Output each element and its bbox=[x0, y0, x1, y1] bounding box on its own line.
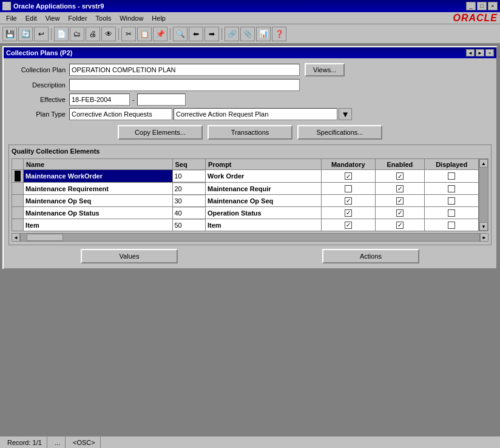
row-prompt-cell[interactable]: Maintenance Op Seq bbox=[206, 195, 322, 207]
mandatory-checkbox[interactable] bbox=[345, 185, 352, 192]
effective-date-from-input[interactable] bbox=[69, 93, 130, 106]
table-row[interactable]: ItemItem bbox=[12, 219, 479, 231]
horizontal-scrollbar[interactable] bbox=[20, 233, 480, 242]
scroll-up-button[interactable]: ▲ bbox=[479, 159, 488, 168]
scroll-left-button[interactable]: ◄ bbox=[12, 233, 20, 242]
row-mandatory-cell[interactable] bbox=[321, 219, 375, 231]
mandatory-checkbox[interactable] bbox=[345, 197, 352, 205]
row-name-cell[interactable]: Maintenance WorkOrder bbox=[24, 170, 172, 183]
toolbar-btn-12[interactable]: ⬅ bbox=[189, 27, 203, 41]
table-row[interactable]: Maintenance WorkOrderWork Order bbox=[12, 170, 479, 183]
row-enabled-cell[interactable] bbox=[375, 183, 425, 195]
displayed-checkbox[interactable] bbox=[448, 197, 455, 205]
values-button[interactable]: Values bbox=[81, 249, 178, 263]
window-expand-button[interactable]: ► bbox=[476, 49, 484, 56]
row-name-cell[interactable]: Maintenance Op Seq bbox=[24, 195, 172, 207]
enabled-checkbox[interactable] bbox=[396, 172, 404, 180]
toolbar-btn-7[interactable]: 👁 bbox=[101, 27, 116, 41]
row-prompt-cell[interactable]: Work Order bbox=[206, 170, 322, 183]
row-name-cell[interactable]: Item bbox=[24, 219, 172, 231]
actions-button[interactable]: Actions bbox=[322, 249, 419, 263]
views-button[interactable]: Views... bbox=[305, 63, 345, 76]
menu-folder[interactable]: Folder bbox=[64, 13, 90, 23]
row-mandatory-cell[interactable] bbox=[321, 183, 375, 195]
toolbar-btn-15[interactable]: 📎 bbox=[240, 27, 255, 41]
row-displayed-cell[interactable] bbox=[425, 170, 479, 183]
displayed-checkbox[interactable] bbox=[448, 222, 455, 229]
row-seq-cell[interactable] bbox=[172, 219, 206, 231]
specifications-button[interactable]: Specifications... bbox=[297, 125, 382, 140]
row-mandatory-cell[interactable] bbox=[321, 195, 375, 207]
table-row[interactable]: Maintenance RequirementMaintenance Requi… bbox=[12, 183, 479, 195]
mandatory-checkbox[interactable] bbox=[345, 209, 352, 217]
menu-edit[interactable]: Edit bbox=[22, 13, 41, 23]
row-prompt-cell[interactable]: Operation Status bbox=[206, 207, 322, 219]
menu-file[interactable]: File bbox=[2, 13, 21, 23]
collection-plan-input[interactable] bbox=[69, 64, 300, 76]
toolbar-btn-4[interactable]: 📄 bbox=[54, 27, 69, 41]
row-prompt-cell[interactable]: Item bbox=[206, 219, 322, 231]
plan-type-list-button[interactable]: ▼ bbox=[339, 108, 352, 120]
row-seq-cell[interactable] bbox=[172, 183, 206, 195]
toolbar-btn-5[interactable]: 🗂 bbox=[70, 27, 84, 41]
row-seq-cell[interactable] bbox=[172, 207, 206, 219]
menu-window[interactable]: Window bbox=[116, 13, 147, 23]
row-mandatory-cell[interactable] bbox=[321, 207, 375, 219]
menu-view[interactable]: View bbox=[42, 13, 64, 23]
toolbar-btn-9[interactable]: 📋 bbox=[137, 27, 152, 41]
row-displayed-cell[interactable] bbox=[425, 195, 479, 207]
maximize-button[interactable]: □ bbox=[477, 2, 487, 10]
close-button[interactable]: × bbox=[488, 2, 498, 10]
scroll-down-button[interactable]: ▼ bbox=[479, 222, 488, 231]
minimize-button[interactable]: _ bbox=[466, 2, 476, 10]
scroll-right-button[interactable]: ► bbox=[480, 233, 488, 242]
mandatory-checkbox[interactable] bbox=[345, 222, 352, 229]
transactions-button[interactable]: Transactions bbox=[208, 125, 292, 140]
row-seq-cell[interactable] bbox=[172, 170, 206, 183]
row-mandatory-cell[interactable] bbox=[321, 170, 375, 183]
row-prompt-cell[interactable]: Maintenance Requir bbox=[206, 183, 322, 195]
vertical-scrollbar[interactable]: ▲ ▼ bbox=[479, 158, 488, 231]
plan-type-input-1[interactable] bbox=[69, 108, 172, 120]
row-displayed-cell[interactable] bbox=[425, 183, 479, 195]
enabled-checkbox[interactable] bbox=[396, 222, 404, 229]
enabled-checkbox[interactable] bbox=[396, 209, 404, 217]
toolbar-btn-16[interactable]: 📊 bbox=[256, 27, 271, 41]
toolbar-btn-8[interactable]: ✂ bbox=[121, 27, 136, 41]
toolbar-btn-11[interactable]: 🔍 bbox=[173, 27, 187, 41]
plan-type-input-2[interactable] bbox=[174, 108, 337, 120]
row-displayed-cell[interactable] bbox=[425, 207, 479, 219]
toolbar-btn-17[interactable]: ❓ bbox=[272, 27, 286, 41]
window-close-button[interactable]: × bbox=[485, 49, 494, 56]
table-row[interactable]: Maintenance Op StatusOperation Status bbox=[12, 207, 479, 219]
row-enabled-cell[interactable] bbox=[375, 195, 425, 207]
menu-help[interactable]: Help bbox=[148, 13, 169, 23]
toolbar-btn-14[interactable]: 🔗 bbox=[225, 27, 239, 41]
table-row[interactable]: Maintenance Op SeqMaintenance Op Seq bbox=[12, 195, 479, 207]
enabled-checkbox[interactable] bbox=[396, 185, 404, 192]
displayed-checkbox[interactable] bbox=[448, 209, 455, 217]
displayed-checkbox[interactable] bbox=[448, 172, 455, 180]
row-name-cell[interactable]: Maintenance Op Status bbox=[24, 207, 172, 219]
enabled-checkbox[interactable] bbox=[396, 197, 404, 205]
toolbar-btn-3[interactable]: ↩ bbox=[34, 27, 49, 41]
toolbar-btn-6[interactable]: 🖨 bbox=[86, 27, 100, 41]
row-displayed-cell[interactable] bbox=[425, 219, 479, 231]
toolbar-btn-13[interactable]: ➡ bbox=[204, 27, 219, 41]
displayed-checkbox[interactable] bbox=[448, 185, 455, 192]
mandatory-checkbox[interactable] bbox=[345, 172, 352, 180]
window-restore-button[interactable]: ◄ bbox=[466, 49, 475, 56]
row-name-cell[interactable]: Maintenance Requirement bbox=[24, 183, 172, 195]
row-seq-cell[interactable] bbox=[172, 195, 206, 207]
toolbar-btn-10[interactable]: 📌 bbox=[153, 27, 167, 41]
row-enabled-cell[interactable] bbox=[375, 207, 425, 219]
description-input[interactable] bbox=[69, 79, 300, 91]
row-enabled-cell[interactable] bbox=[375, 219, 425, 231]
menu-tools[interactable]: Tools bbox=[92, 13, 115, 23]
effective-date-to-input[interactable] bbox=[137, 93, 186, 106]
row-enabled-cell[interactable] bbox=[375, 170, 425, 183]
toolbar-btn-1[interactable]: 💾 bbox=[2, 27, 17, 41]
scroll-thumb-h bbox=[27, 234, 63, 241]
toolbar-btn-2[interactable]: 🔄 bbox=[18, 27, 33, 41]
copy-elements-button[interactable]: Copy Elements... bbox=[118, 125, 203, 140]
